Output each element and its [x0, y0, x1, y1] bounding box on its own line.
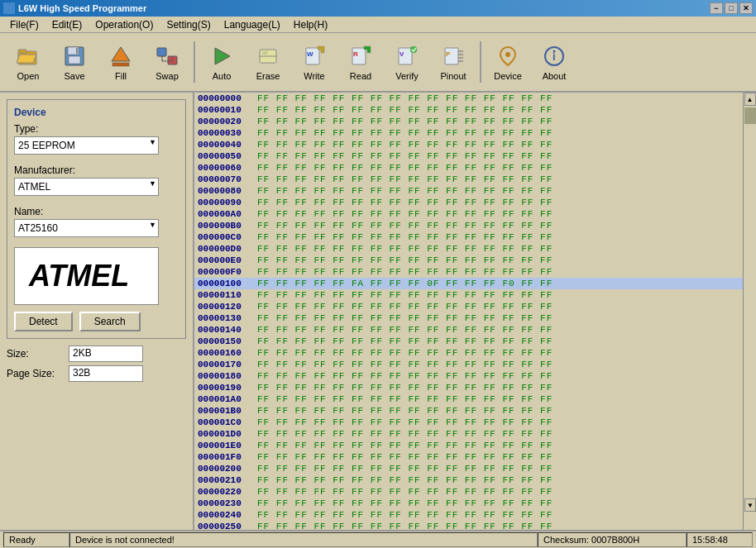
- menu-language[interactable]: Language(L): [218, 17, 287, 32]
- hex-address: 00000150: [198, 336, 257, 346]
- hex-bytes: FF FF FF FF FF FF FF FF FF FF FF FF FF F…: [257, 128, 739, 138]
- hex-bytes: FF FF FF FF FF FF FF FF FF FF FF FF FF F…: [257, 383, 739, 393]
- hex-address: 000001D0: [198, 429, 257, 439]
- hex-bytes: FF FF FF FF FF FF FF FF FF FF FF FF FF F…: [257, 174, 739, 184]
- hex-address: 00000110: [198, 290, 257, 300]
- manufacturer-select-wrapper: ATMEL Winbond Microchip ST: [14, 178, 159, 201]
- hex-row: 000000B0FF FF FF FF FF FF FF FF FF FF FF…: [194, 220, 743, 231]
- hex-address: 00000060: [198, 163, 257, 173]
- type-select-wrapper: 25 EEPROM 24 EEPROM 93 EEPROM SPI Flash: [14, 136, 159, 160]
- hex-bytes: FF FF FF FF FF FF FF FF FF FF FF FF FF F…: [257, 360, 739, 369]
- about-button[interactable]: i About: [533, 37, 576, 87]
- hex-row: 00000060FF FF FF FF FF FF FF FF FF FF FF…: [194, 162, 743, 174]
- erase-label: Erase: [256, 71, 280, 81]
- hex-bytes: FF FF FF FF FF FF FF FF FF FF FF FF FF F…: [257, 151, 739, 161]
- svg-text:W: W: [307, 50, 313, 58]
- minimize-button[interactable]: −: [710, 2, 723, 14]
- device-panel: Device Type: 25 EEPROM 24 EEPROM 93 EEPR…: [7, 99, 186, 339]
- menu-file[interactable]: File(F): [3, 17, 45, 32]
- detect-button[interactable]: Detect: [14, 312, 73, 331]
- close-button[interactable]: ✕: [739, 2, 753, 14]
- hex-row: 00000150FF FF FF FF FF FF FF FF FF FF FF…: [194, 336, 743, 347]
- hex-bytes: FF FF FF FF FF FF FF FF FF FF FF FF FF F…: [257, 394, 739, 404]
- hex-bytes: FF FF FF FF FF FF FF FF FF FF FF FF FF F…: [257, 487, 739, 497]
- hex-address: 00000230: [198, 498, 257, 508]
- page-size-value: 32B: [69, 365, 143, 382]
- about-icon: i: [541, 43, 567, 69]
- hex-row: 00000210FF FF FF FF FF FF FF FF FF FF FF…: [194, 474, 743, 486]
- svg-rect-1: [18, 50, 26, 53]
- pinout-button[interactable]: P Pinout: [432, 37, 475, 87]
- atmel-logo: ATMEL: [25, 253, 149, 300]
- folder-open-icon: [15, 43, 41, 69]
- hex-bytes: FF FF FF FF FF FF FF FF FF FF FF FF FF F…: [257, 163, 739, 173]
- hex-row: 00000160FF FF FF FF FF FF FF FF FF FF FF…: [194, 347, 743, 359]
- svg-text:R: R: [353, 50, 358, 58]
- name-select[interactable]: AT25160 AT25320 AT25640 AT25128: [14, 219, 159, 237]
- name-select-wrapper: AT25160 AT25320 AT25640 AT25128: [14, 219, 159, 242]
- hex-address: 000001F0: [198, 452, 257, 462]
- hex-address: 000000F0: [198, 267, 257, 277]
- hex-bytes: FF FF FF FF FF FF FF FF FF FF FF FF FF F…: [257, 267, 739, 277]
- pinout-label: Pinout: [440, 71, 466, 81]
- menu-setting[interactable]: Setting(S): [160, 17, 217, 32]
- hex-row: 00000120FF FF FF FF FF FF FF FF FF FF FF…: [194, 301, 743, 312]
- hex-bytes: FF FF FF FF FF FF FF FF FF FF FF FF FF F…: [257, 255, 739, 265]
- hex-address: 00000160: [198, 348, 257, 358]
- hex-address: 00000030: [198, 128, 257, 138]
- hex-bytes: FF FF FF FF FF FF FF FF FF FF FF FF FF F…: [257, 429, 739, 439]
- page-size-label: Page Size:: [7, 368, 69, 379]
- hex-row: 00000220FF FF FF FF FF FF FF FF FF FF FF…: [194, 486, 743, 498]
- open-button[interactable]: Open: [7, 37, 50, 87]
- write-button[interactable]: W Write: [293, 37, 336, 87]
- hex-row: 00000170FF FF FF FF FF FF FF FF FF FF FF…: [194, 359, 743, 370]
- hex-bytes: FF FF FF FF FF FF FF FF FF FF FF FF FF F…: [257, 302, 739, 312]
- hex-bytes: FF FF FF FF FF FA FF FF FF 0F FF FF FF F…: [257, 279, 739, 288]
- maximize-button[interactable]: □: [725, 2, 738, 14]
- fill-button[interactable]: Fill: [99, 37, 142, 87]
- hex-row: 00000090FF FF FF FF FF FF FF FF FF FF FF…: [194, 197, 743, 208]
- device-icon: [495, 43, 521, 69]
- hex-row: 00000080FF FF FF FF FF FF FF FF FF FF FF…: [194, 185, 743, 197]
- swap-icon: [154, 43, 180, 69]
- write-icon: W: [301, 43, 328, 69]
- hex-address: 00000020: [198, 117, 257, 126]
- hex-content[interactable]: 00000000FF FF FF FF FF FF FF FF FF FF FF…: [194, 93, 743, 530]
- hex-address: 00000000: [198, 93, 257, 103]
- menu-help[interactable]: Help(H): [287, 17, 334, 32]
- hex-row: 00000250FF FF FF FF FF FF FF FF FF FF FF…: [194, 521, 743, 530]
- size-row: Size: 2KB: [7, 345, 186, 362]
- left-panel: Device Type: 25 EEPROM 24 EEPROM 93 EEPR…: [0, 93, 194, 530]
- hex-row: 00000020FF FF FF FF FF FF FF FF FF FF FF…: [194, 116, 743, 127]
- type-select[interactable]: 25 EEPROM 24 EEPROM 93 EEPROM SPI Flash: [14, 136, 159, 155]
- hex-bytes: FF FF FF FF FF FF FF FF FF FF FF FF FF F…: [257, 406, 739, 416]
- status-ready: Ready: [3, 532, 69, 547]
- hex-bytes: FF FF FF FF FF FF FF FF FF FF FF FF FF F…: [257, 498, 739, 508]
- hex-address: 00000200: [198, 464, 257, 474]
- hex-address: 000000E0: [198, 255, 257, 265]
- toolbar-sep-1: [194, 41, 195, 83]
- hex-address: 000001C0: [198, 417, 257, 427]
- swap-button[interactable]: Swap: [146, 37, 189, 87]
- save-button[interactable]: Save: [53, 37, 96, 87]
- main-content: Device Type: 25 EEPROM 24 EEPROM 93 EEPR…: [0, 93, 756, 530]
- device-button[interactable]: Device: [486, 37, 529, 87]
- device-label: Device: [494, 71, 522, 81]
- hex-address: 00000220: [198, 487, 257, 497]
- auto-button[interactable]: Auto: [200, 37, 243, 87]
- hex-row: 00000100FF FF FF FF FF FA FF FF FF 0F FF…: [194, 278, 743, 289]
- search-button[interactable]: Search: [79, 312, 141, 331]
- hex-address: 00000250: [198, 522, 257, 530]
- manufacturer-select[interactable]: ATMEL Winbond Microchip ST: [14, 178, 159, 196]
- menu-operation[interactable]: Operation(O): [89, 17, 160, 32]
- read-button[interactable]: R Read: [339, 37, 382, 87]
- svg-point-32: [553, 50, 556, 53]
- svg-rect-5: [76, 48, 78, 54]
- hex-address: 00000070: [198, 174, 257, 184]
- hex-scrollbar[interactable]: ▲ ▼: [743, 93, 756, 530]
- hex-bytes: FF FF FF FF FF FF FF FF FF FF FF FF FF F…: [257, 221, 739, 231]
- menu-edit[interactable]: Edit(E): [45, 17, 89, 32]
- verify-button[interactable]: V Verify: [385, 37, 428, 87]
- write-label: Write: [304, 71, 324, 81]
- erase-button[interactable]: //// Erase: [246, 37, 289, 87]
